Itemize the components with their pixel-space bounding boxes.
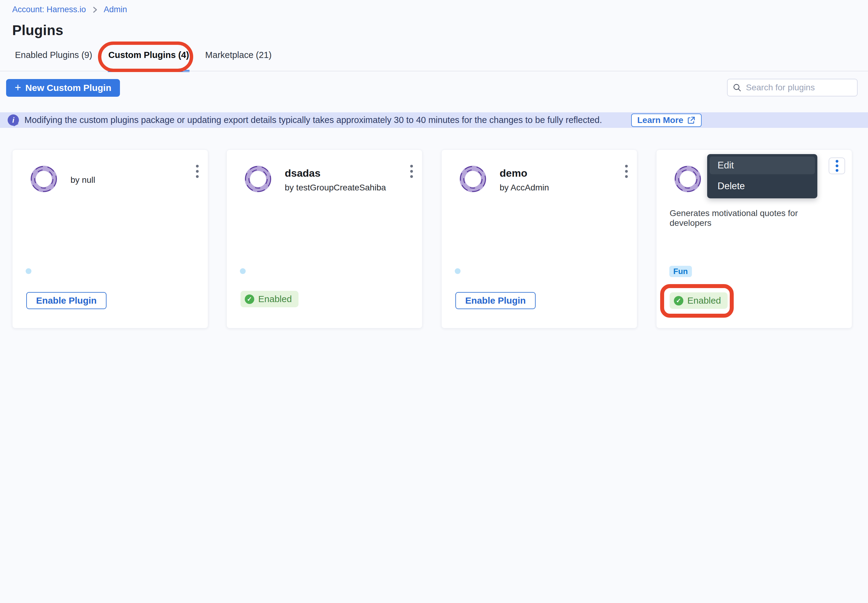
plugin-logo-icon (458, 164, 487, 193)
kebab-menu-icon[interactable] (191, 164, 203, 182)
breadcrumb-account-link[interactable]: Account: Harness.io (12, 5, 86, 14)
breadcrumb: Account: Harness.io Admin (12, 5, 127, 14)
enable-plugin-button[interactable]: Enable Plugin (26, 292, 107, 309)
check-icon: ✓ (245, 294, 254, 304)
page-title: Plugins (12, 22, 63, 39)
enabled-status-badge: ✓ Enabled (670, 292, 727, 309)
plugin-card: dsadas by testGroupCreateSahiba ✓ Enable… (226, 150, 422, 328)
enable-plugin-button[interactable]: Enable Plugin (455, 292, 535, 309)
search-icon (732, 83, 742, 92)
plugin-byline: by null (71, 175, 95, 185)
category-dot (240, 268, 246, 274)
plugin-byline: by testGroupCreateSahiba (285, 183, 386, 193)
plugin-title: demo (500, 167, 528, 179)
plus-icon: + (15, 82, 21, 93)
plugin-search (727, 79, 858, 96)
plugin-card: by null Enable Plugin (12, 150, 208, 328)
plugin-logo-icon (29, 164, 58, 193)
plugin-card: Generates motivational quotes for develo… (656, 150, 852, 328)
external-link-icon (687, 116, 696, 125)
category-tag: Fun (669, 266, 692, 277)
breadcrumb-admin-link[interactable]: Admin (104, 5, 127, 14)
chevron-right-icon (91, 6, 98, 13)
tab-custom-plugins[interactable]: Custom Plugins (4) (108, 49, 190, 72)
kebab-menu-icon[interactable] (620, 164, 632, 182)
learn-more-label: Learn More (637, 115, 683, 125)
plugin-byline: by AccAdmin (500, 183, 549, 193)
menu-item-delete[interactable]: Delete (707, 177, 817, 196)
learn-more-button[interactable]: Learn More (631, 113, 702, 127)
card-context-menu: Edit Delete (707, 154, 817, 198)
new-custom-plugin-label: New Custom Plugin (25, 83, 111, 93)
info-banner: i Modifying the custom plugins package o… (0, 112, 868, 128)
info-icon: i (8, 114, 19, 126)
info-banner-text: Modifying the custom plugins package or … (25, 112, 602, 128)
plugin-logo-icon (673, 164, 702, 193)
plugin-description: Generates motivational quotes for develo… (670, 209, 834, 228)
tab-enabled-plugins[interactable]: Enabled Plugins (9) (14, 49, 93, 72)
plugin-title: dsadas (285, 167, 320, 179)
new-custom-plugin-button[interactable]: + New Custom Plugin (6, 79, 120, 97)
tab-marketplace[interactable]: Marketplace (21) (204, 49, 272, 72)
enabled-label: Enabled (687, 295, 721, 306)
category-dot (26, 268, 31, 274)
enabled-label: Enabled (258, 294, 292, 304)
plugin-logo-icon (244, 164, 272, 193)
kebab-menu-icon[interactable] (405, 164, 418, 182)
check-icon: ✓ (674, 296, 683, 305)
menu-item-edit[interactable]: Edit (710, 156, 815, 174)
category-dot (455, 268, 461, 274)
search-input[interactable] (746, 83, 856, 93)
tab-bar: Enabled Plugins (9) Custom Plugins (4) M… (14, 49, 272, 72)
enabled-status-badge: ✓ Enabled (240, 291, 299, 307)
kebab-menu-icon-active[interactable] (829, 158, 845, 174)
tabs-divider (0, 71, 868, 71)
plugin-card: demo by AccAdmin Enable Plugin (441, 150, 637, 328)
